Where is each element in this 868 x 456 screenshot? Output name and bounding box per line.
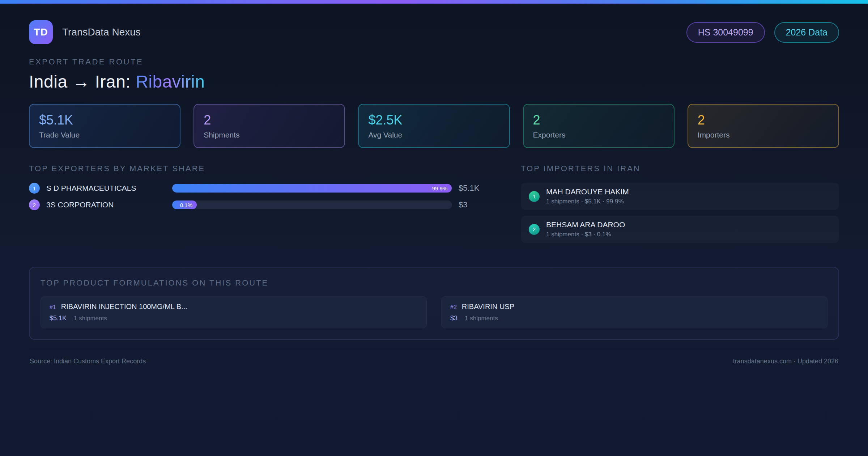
exporter-value: $5.1K	[459, 183, 492, 193]
product-rank: #1	[50, 304, 56, 311]
stat-value: 2	[533, 113, 664, 128]
eyebrow-label: EXPORT TRADE ROUTE	[29, 57, 839, 67]
stat-card-shipments: 2 Shipments	[193, 104, 345, 148]
stat-label: Avg Value	[368, 131, 499, 139]
product-bottom: $3 1 shipments	[450, 314, 818, 322]
exporter-value: $3	[459, 200, 492, 210]
stat-label: Importers	[698, 131, 829, 139]
footer-source: Source: Indian Customs Export Records	[30, 358, 146, 365]
footer-site: transdatanexus.com · Updated 2026	[733, 358, 838, 365]
stat-value: 2	[204, 113, 335, 128]
stat-card-avg-value: $2.5K Avg Value	[358, 104, 510, 148]
product-top: #1 RIBAVIRIN INJECTION 100MG/ML B...	[50, 303, 418, 311]
stat-label: Trade Value	[39, 131, 170, 139]
top-accent-bar	[0, 0, 868, 4]
stat-value: $5.1K	[39, 113, 170, 128]
product-value: $3	[450, 314, 458, 322]
exporters-heading: TOP EXPORTERS BY MARKET SHARE	[29, 164, 492, 173]
stat-label: Exporters	[533, 131, 664, 139]
importers-heading: TOP IMPORTERS IN IRAN	[521, 164, 839, 173]
header-badges: HS 30049099 2026 Data	[686, 22, 839, 43]
stat-cards: $5.1K Trade Value 2 Shipments $2.5K Avg …	[29, 104, 839, 148]
product-shipments: 1 shipments	[74, 315, 107, 322]
product-highlight: Ribavirin	[136, 72, 205, 91]
exporter-row[interactable]: 1 S D PHARMACEUTICALS 99.9% $5.1K	[29, 183, 492, 194]
product-value: $5.1K	[50, 314, 67, 322]
data-year-badge[interactable]: 2026 Data	[774, 22, 839, 43]
stat-label: Shipments	[204, 131, 335, 139]
brand-logo: TD	[29, 20, 53, 44]
market-share-bar-fill: 99.9%	[172, 184, 452, 193]
brand: TD TransData Nexus	[29, 20, 141, 44]
hs-code-badge[interactable]: HS 30049099	[686, 22, 765, 43]
product-name: RIBAVIRIN INJECTION 100MG/ML B...	[61, 303, 187, 311]
product-bottom: $5.1K 1 shipments	[50, 314, 418, 322]
stat-card-trade-value: $5.1K Trade Value	[29, 104, 180, 148]
product-name: RIBAVIRIN USP	[462, 303, 514, 311]
product-rank: #2	[450, 304, 457, 311]
share-percentage-label: 99.9%	[432, 185, 448, 191]
product-card[interactable]: #1 RIBAVIRIN INJECTION 100MG/ML B... $5.…	[41, 296, 427, 328]
importer-card[interactable]: 2 BEHSAM ARA DAROO 1 shipments · $3 · 0.…	[521, 216, 839, 243]
brand-name: TransData Nexus	[62, 26, 141, 38]
market-share-bar-fill: 0.1%	[172, 200, 197, 209]
importer-name: BEHSAM ARA DAROO	[546, 220, 625, 229]
share-percentage-label: 0.1%	[180, 202, 192, 208]
importer-meta: 1 shipments · $5.1K · 99.9%	[546, 198, 629, 205]
route-text: India → Iran:	[29, 72, 136, 91]
rank-badge: 1	[29, 183, 40, 194]
product-card[interactable]: #2 RIBAVIRIN USP $3 1 shipments	[441, 296, 827, 328]
importer-rank-badge: 2	[529, 224, 540, 235]
market-share-bar-track: 0.1%	[172, 200, 452, 209]
products-section: TOP PRODUCT FORMULATIONS ON THIS ROUTE #…	[29, 267, 839, 340]
stat-value: $2.5K	[368, 113, 499, 128]
main-columns: TOP EXPORTERS BY MARKET SHARE 1 S D PHAR…	[29, 164, 839, 249]
importer-info: BEHSAM ARA DAROO 1 shipments · $3 · 0.1%	[546, 220, 625, 238]
product-shipments: 1 shipments	[465, 315, 498, 322]
importer-meta: 1 shipments · $3 · 0.1%	[546, 231, 625, 238]
importer-info: MAH DAROUYE HAKIM 1 shipments · $5.1K · …	[546, 187, 629, 205]
stat-card-importers: 2 Importers	[688, 104, 839, 148]
footer: Source: Indian Customs Export Records tr…	[29, 348, 839, 365]
importers-section: TOP IMPORTERS IN IRAN 1 MAH DAROUYE HAKI…	[521, 164, 839, 249]
importer-card[interactable]: 1 MAH DAROUYE HAKIM 1 shipments · $5.1K …	[521, 183, 839, 210]
exporter-name: S D PHARMACEUTICALS	[46, 184, 166, 193]
product-grid: #1 RIBAVIRIN INJECTION 100MG/ML B... $5.…	[41, 296, 827, 328]
page: TD TransData Nexus HS 30049099 2026 Data…	[0, 4, 868, 365]
market-share-bar-track: 99.9%	[172, 184, 452, 193]
stat-value: 2	[698, 113, 829, 128]
page-title: India → Iran: Ribavirin	[29, 72, 839, 92]
exporter-name: 3S CORPORATION	[46, 200, 166, 209]
rank-badge: 2	[29, 199, 40, 210]
product-top: #2 RIBAVIRIN USP	[450, 303, 818, 311]
products-heading: TOP PRODUCT FORMULATIONS ON THIS ROUTE	[41, 278, 827, 288]
importer-name: MAH DAROUYE HAKIM	[546, 187, 629, 196]
importer-rank-badge: 1	[529, 191, 540, 202]
app-header: TD TransData Nexus HS 30049099 2026 Data	[29, 20, 839, 44]
exporter-row[interactable]: 2 3S CORPORATION 0.1% $3	[29, 199, 492, 210]
stat-card-exporters: 2 Exporters	[523, 104, 675, 148]
exporters-section: TOP EXPORTERS BY MARKET SHARE 1 S D PHAR…	[29, 164, 492, 216]
